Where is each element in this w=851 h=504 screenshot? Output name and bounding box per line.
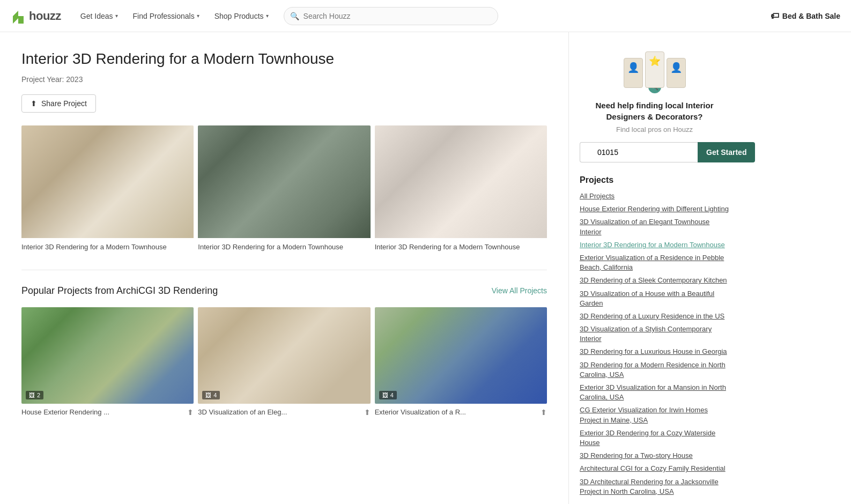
exterior-visualization-image (375, 307, 547, 404)
nav-find-professionals[interactable]: Find Professionals ▾ (127, 8, 206, 25)
project-list-item[interactable]: 3D Rendering for a Luxurious House in Ge… (580, 347, 729, 357)
popular-card-image-2: 🖼 4 (375, 307, 547, 404)
projects-section-title: Projects (580, 175, 729, 185)
promo-title: Need help finding local Interior Designe… (580, 100, 729, 122)
popular-project-card-1[interactable]: 🖼 4 3D Visualization of an Eleg... ⬆ (198, 307, 370, 417)
popular-section-title: Popular Projects from ArchiCGI 3D Render… (21, 285, 218, 297)
promo-card-left: 👤 (624, 58, 643, 88)
project-link-9[interactable]: 3D Rendering for a Luxurious House in Ge… (580, 347, 729, 357)
projects-section: Projects All ProjectsHouse Exterior Rend… (580, 175, 729, 496)
popular-card-image-1: 🖼 4 (198, 307, 370, 404)
project-list-item[interactable]: All Projects (580, 191, 729, 201)
project-link-16[interactable]: 3D Architectural Rendering for a Jackson… (580, 477, 729, 496)
share-button-label: Share Project (41, 99, 87, 108)
project-list-item[interactable]: House Exterior Rendering with Different … (580, 204, 729, 214)
nav-shop-products[interactable]: Shop Products ▾ (208, 8, 275, 25)
photo-count-badge-1: 🖼 4 (202, 391, 220, 399)
project-year: Project Year: 2023 (21, 75, 547, 84)
project-list-item[interactable]: Exterior 3D Rendering for a Cozy Watersi… (580, 428, 729, 448)
project-link-7[interactable]: 3D Rendering of a Luxury Residence in th… (580, 312, 729, 321)
get-started-button[interactable]: Get Started (698, 142, 755, 162)
project-link-14[interactable]: 3D Rendering for a Two-story House (580, 451, 729, 461)
photo-count-1: 4 (213, 392, 217, 398)
photo-count-badge-2: 🖼 4 (379, 391, 397, 399)
zip-code-input[interactable] (580, 142, 698, 162)
chevron-down-icon: ▾ (266, 13, 269, 19)
project-link-15[interactable]: Architectural CGI for a Cozy Family Resi… (580, 464, 729, 473)
project-list-item[interactable]: 3D Rendering for a Two-story House (580, 451, 729, 461)
logo-text: houzz (29, 9, 61, 23)
chevron-down-icon: ▾ (197, 13, 199, 19)
photo-icon: 🖼 (382, 392, 388, 398)
project-link-0[interactable]: All Projects (580, 191, 729, 201)
project-image-card[interactable]: Interior 3D Rendering for a Modern Townh… (21, 125, 194, 254)
logo[interactable]: houzz (11, 9, 61, 24)
promo-card-middle: ⭐ (645, 51, 664, 88)
sale-badge[interactable]: 🏷 Bed & Bath Sale (771, 11, 840, 21)
project-link-13[interactable]: Exterior 3D Rendering for a Cozy Watersi… (580, 428, 729, 448)
view-all-projects-link[interactable]: View All Projects (492, 286, 547, 295)
nav-get-ideas-label: Get Ideas (80, 12, 113, 20)
popular-card-label-0: House Exterior Rendering ... ⬆ (21, 408, 194, 417)
zip-input-wrap: 📍 (580, 142, 698, 162)
project-link-11[interactable]: Exterior 3D Visualization for a Mansion … (580, 383, 729, 402)
projects-list: All ProjectsHouse Exterior Rendering wit… (580, 191, 729, 496)
project-image-bedroom (375, 125, 547, 238)
project-list-item[interactable]: 3D Visualization of an Elegant Townhouse… (580, 217, 729, 236)
share-icon-small-1[interactable]: ⬆ (364, 408, 371, 417)
project-image-dining (198, 125, 370, 238)
project-link-12[interactable]: CG Exterior Visualization for Irwin Home… (580, 405, 729, 425)
popular-card-name-0: House Exterior Rendering ... (21, 408, 185, 416)
project-link-5[interactable]: 3D Rendering of a Sleek Contemporary Kit… (580, 276, 729, 285)
project-image-card[interactable]: Interior 3D Rendering for a Modern Townh… (375, 125, 547, 254)
project-list-item[interactable]: Interior 3D Rendering for a Modern Townh… (580, 240, 729, 250)
promo-illustration: 👤 ⭐ 👤 🔍 (623, 45, 687, 93)
popular-card-name-1: 3D Visualization of an Eleg... (198, 408, 361, 416)
header-right: 🏷 Bed & Bath Sale (771, 11, 840, 21)
project-link-3[interactable]: Interior 3D Rendering for a Modern Townh… (580, 240, 729, 250)
sale-label: Bed & Bath Sale (782, 12, 840, 20)
project-image-living (21, 125, 194, 238)
image-label-0: Interior 3D Rendering for a Modern Townh… (21, 242, 194, 252)
project-list-item[interactable]: CG Exterior Visualization for Irwin Home… (580, 405, 729, 425)
project-list-item[interactable]: 3D Rendering of a Sleek Contemporary Kit… (580, 276, 729, 285)
search-input[interactable] (284, 7, 498, 25)
project-list-item[interactable]: 3D Rendering for a Modern Residence in N… (580, 360, 729, 380)
project-title: Interior 3D Rendering for a Modern Townh… (21, 49, 547, 69)
project-link-10[interactable]: 3D Rendering for a Modern Residence in N… (580, 360, 729, 380)
kitchen-visualization-image (198, 307, 370, 404)
project-link-6[interactable]: 3D Visualization of a House with a Beaut… (580, 289, 729, 308)
project-link-4[interactable]: Exterior Visualization of a Residence in… (580, 253, 729, 272)
popular-card-label-1: 3D Visualization of an Eleg... ⬆ (198, 408, 370, 417)
popular-card-label-2: Exterior Visualization of a R... ⬆ (375, 408, 547, 417)
promo-subtitle: Find local pros on Houzz (580, 125, 729, 134)
chevron-down-icon: ▾ (115, 13, 118, 19)
share-project-button[interactable]: ⬆ Share Project (21, 94, 96, 113)
photo-count-badge-0: 🖼 2 (26, 391, 43, 399)
popular-project-card-0[interactable]: 🖼 2 House Exterior Rendering ... ⬆ (21, 307, 194, 417)
project-link-1[interactable]: House Exterior Rendering with Different … (580, 204, 729, 214)
project-list-item[interactable]: Exterior 3D Visualization for a Mansion … (580, 383, 729, 402)
nav-get-ideas[interactable]: Get Ideas ▾ (74, 8, 124, 25)
house-exterior-image (21, 307, 194, 404)
main-content: Interior 3D Rendering for a Modern Townh… (0, 32, 568, 504)
popular-project-card-2[interactable]: 🖼 4 Exterior Visualization of a R... ⬆ (375, 307, 547, 417)
project-list-item[interactable]: 3D Rendering of a Luxury Residence in th… (580, 312, 729, 321)
share-icon-small-0[interactable]: ⬆ (187, 408, 194, 417)
photo-icon: 🖼 (205, 392, 211, 398)
project-list-item[interactable]: 3D Visualization of a Stylish Contempora… (580, 324, 729, 344)
project-image-card[interactable]: Interior 3D Rendering for a Modern Townh… (198, 125, 370, 254)
promo-cards: 👤 ⭐ 👤 (623, 45, 687, 88)
project-list-item[interactable]: 3D Visualization of a House with a Beaut… (580, 289, 729, 308)
project-link-8[interactable]: 3D Visualization of a Stylish Contempora… (580, 324, 729, 344)
popular-section-header: Popular Projects from ArchiCGI 3D Render… (21, 285, 547, 297)
project-link-2[interactable]: 3D Visualization of an Elegant Townhouse… (580, 217, 729, 236)
image-label-1: Interior 3D Rendering for a Modern Townh… (198, 242, 370, 252)
project-list-item[interactable]: 3D Architectural Rendering for a Jackson… (580, 477, 729, 496)
share-icon-small-2[interactable]: ⬆ (541, 408, 547, 417)
header: houzz Get Ideas ▾ Find Professionals ▾ S… (0, 0, 851, 32)
promo-card-right: 👤 (667, 58, 686, 88)
project-list-item[interactable]: Exterior Visualization of a Residence in… (580, 253, 729, 272)
tag-icon: 🏷 (771, 11, 779, 21)
project-list-item[interactable]: Architectural CGI for a Cozy Family Resi… (580, 464, 729, 473)
